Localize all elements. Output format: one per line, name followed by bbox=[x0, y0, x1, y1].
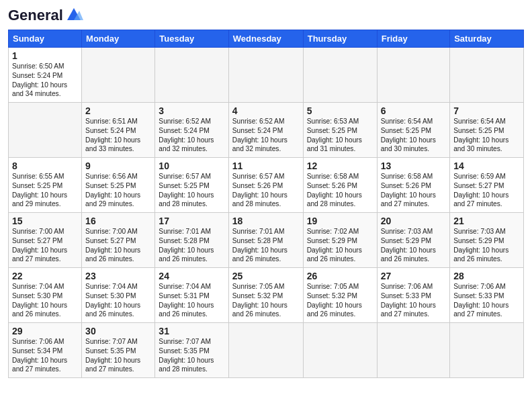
day-info: Sunrise: 7:04 AM Sunset: 5:31 PM Dayligh… bbox=[159, 282, 224, 319]
calendar-cell: 4Sunrise: 6:52 AM Sunset: 5:24 PM Daylig… bbox=[228, 103, 303, 158]
day-number: 27 bbox=[381, 271, 447, 281]
day-number: 14 bbox=[453, 161, 520, 171]
day-info: Sunrise: 7:07 AM Sunset: 5:35 PM Dayligh… bbox=[159, 337, 224, 374]
day-header-wednesday: Wednesday bbox=[228, 30, 303, 48]
calendar-cell bbox=[9, 103, 82, 158]
day-info: Sunrise: 7:03 AM Sunset: 5:29 PM Dayligh… bbox=[381, 227, 447, 264]
day-number: 18 bbox=[232, 216, 300, 226]
calendar-cell: 20Sunrise: 7:03 AM Sunset: 5:29 PM Dayli… bbox=[377, 213, 450, 268]
calendar-cell: 25Sunrise: 7:05 AM Sunset: 5:32 PM Dayli… bbox=[228, 268, 303, 323]
calendar-cell: 28Sunrise: 7:06 AM Sunset: 5:33 PM Dayli… bbox=[450, 268, 524, 323]
calendar-cell: 30Sunrise: 7:07 AM Sunset: 5:35 PM Dayli… bbox=[82, 323, 155, 378]
day-number: 15 bbox=[12, 216, 78, 226]
calendar-cell: 7Sunrise: 6:54 AM Sunset: 5:25 PM Daylig… bbox=[450, 103, 524, 158]
day-info: Sunrise: 6:57 AM Sunset: 5:25 PM Dayligh… bbox=[159, 172, 224, 209]
calendar-cell: 24Sunrise: 7:04 AM Sunset: 5:31 PM Dayli… bbox=[155, 268, 228, 323]
day-number: 20 bbox=[381, 216, 447, 226]
calendar-cell: 9Sunrise: 6:56 AM Sunset: 5:25 PM Daylig… bbox=[82, 158, 155, 213]
calendar-cell: 17Sunrise: 7:01 AM Sunset: 5:28 PM Dayli… bbox=[155, 213, 228, 268]
day-info: Sunrise: 7:00 AM Sunset: 5:27 PM Dayligh… bbox=[85, 227, 151, 264]
day-header-thursday: Thursday bbox=[303, 30, 377, 48]
day-number: 12 bbox=[307, 161, 373, 171]
day-info: Sunrise: 7:06 AM Sunset: 5:33 PM Dayligh… bbox=[381, 282, 447, 319]
day-info: Sunrise: 6:51 AM Sunset: 5:24 PM Dayligh… bbox=[85, 117, 151, 154]
calendar-cell: 14Sunrise: 6:59 AM Sunset: 5:27 PM Dayli… bbox=[450, 158, 524, 213]
day-number: 28 bbox=[453, 271, 520, 281]
day-number: 16 bbox=[85, 216, 151, 226]
day-header-monday: Monday bbox=[82, 30, 155, 48]
calendar-table: SundayMondayTuesdayWednesdayThursdayFrid… bbox=[8, 30, 524, 378]
calendar-cell: 19Sunrise: 7:02 AM Sunset: 5:29 PM Dayli… bbox=[303, 213, 377, 268]
calendar-cell: 6Sunrise: 6:54 AM Sunset: 5:25 PM Daylig… bbox=[377, 103, 450, 158]
calendar-cell: 15Sunrise: 7:00 AM Sunset: 5:27 PM Dayli… bbox=[9, 213, 82, 268]
calendar-row: 22Sunrise: 7:04 AM Sunset: 5:30 PM Dayli… bbox=[9, 268, 524, 323]
calendar-cell: 11Sunrise: 6:57 AM Sunset: 5:26 PM Dayli… bbox=[228, 158, 303, 213]
day-number: 11 bbox=[232, 161, 300, 171]
calendar-header-row: SundayMondayTuesdayWednesdayThursdayFrid… bbox=[9, 30, 524, 48]
day-number: 3 bbox=[159, 105, 224, 116]
day-info: Sunrise: 6:50 AM Sunset: 5:24 PM Dayligh… bbox=[12, 62, 78, 99]
day-number: 22 bbox=[12, 271, 78, 281]
day-info: Sunrise: 7:02 AM Sunset: 5:29 PM Dayligh… bbox=[307, 227, 373, 264]
day-info: Sunrise: 6:52 AM Sunset: 5:24 PM Dayligh… bbox=[232, 117, 300, 154]
day-header-sunday: Sunday bbox=[9, 30, 82, 48]
day-number: 21 bbox=[453, 216, 520, 226]
day-number: 25 bbox=[232, 271, 300, 281]
day-number: 7 bbox=[453, 105, 520, 116]
day-info: Sunrise: 6:54 AM Sunset: 5:25 PM Dayligh… bbox=[453, 117, 520, 154]
day-info: Sunrise: 7:07 AM Sunset: 5:35 PM Dayligh… bbox=[85, 337, 151, 374]
calendar-cell: 10Sunrise: 6:57 AM Sunset: 5:25 PM Dayli… bbox=[155, 158, 228, 213]
day-info: Sunrise: 6:56 AM Sunset: 5:25 PM Dayligh… bbox=[85, 172, 151, 209]
calendar-cell: 5Sunrise: 6:53 AM Sunset: 5:25 PM Daylig… bbox=[303, 103, 377, 158]
calendar-cell bbox=[450, 48, 524, 103]
day-number: 31 bbox=[159, 326, 224, 336]
calendar-cell: 18Sunrise: 7:01 AM Sunset: 5:28 PM Dayli… bbox=[228, 213, 303, 268]
day-header-saturday: Saturday bbox=[450, 30, 524, 48]
calendar-cell bbox=[228, 323, 303, 378]
day-number: 6 bbox=[381, 105, 447, 116]
calendar-cell bbox=[377, 323, 450, 378]
calendar-cell: 23Sunrise: 7:04 AM Sunset: 5:30 PM Dayli… bbox=[82, 268, 155, 323]
day-info: Sunrise: 6:57 AM Sunset: 5:26 PM Dayligh… bbox=[232, 172, 300, 209]
calendar-cell bbox=[303, 48, 377, 103]
day-info: Sunrise: 7:05 AM Sunset: 5:32 PM Dayligh… bbox=[232, 282, 300, 319]
calendar-row: 15Sunrise: 7:00 AM Sunset: 5:27 PM Dayli… bbox=[9, 213, 524, 268]
day-number: 2 bbox=[85, 105, 151, 116]
day-info: Sunrise: 7:00 AM Sunset: 5:27 PM Dayligh… bbox=[12, 227, 78, 264]
day-info: Sunrise: 7:01 AM Sunset: 5:28 PM Dayligh… bbox=[232, 227, 300, 264]
logo: General bbox=[8, 7, 83, 24]
logo-icon bbox=[64, 8, 83, 20]
calendar-cell: 8Sunrise: 6:55 AM Sunset: 5:25 PM Daylig… bbox=[9, 158, 82, 213]
calendar-cell: 22Sunrise: 7:04 AM Sunset: 5:30 PM Dayli… bbox=[9, 268, 82, 323]
page-container: General SundayMondayTuesdayWednesdayThur… bbox=[0, 0, 532, 383]
day-number: 24 bbox=[159, 271, 224, 281]
calendar-cell: 21Sunrise: 7:03 AM Sunset: 5:29 PM Dayli… bbox=[450, 213, 524, 268]
calendar-cell: 29Sunrise: 7:06 AM Sunset: 5:34 PM Dayli… bbox=[9, 323, 82, 378]
day-info: Sunrise: 6:52 AM Sunset: 5:24 PM Dayligh… bbox=[159, 117, 224, 154]
logo-general: General bbox=[8, 7, 63, 24]
day-info: Sunrise: 6:53 AM Sunset: 5:25 PM Dayligh… bbox=[307, 117, 373, 154]
calendar-cell bbox=[450, 323, 524, 378]
day-number: 9 bbox=[85, 161, 151, 171]
day-info: Sunrise: 7:01 AM Sunset: 5:28 PM Dayligh… bbox=[159, 227, 224, 264]
calendar-row: 8Sunrise: 6:55 AM Sunset: 5:25 PM Daylig… bbox=[9, 158, 524, 213]
day-number: 17 bbox=[159, 216, 224, 226]
day-number: 19 bbox=[307, 216, 373, 226]
day-number: 4 bbox=[232, 105, 300, 116]
calendar-row: 1Sunrise: 6:50 AM Sunset: 5:24 PM Daylig… bbox=[9, 48, 524, 103]
day-info: Sunrise: 6:54 AM Sunset: 5:25 PM Dayligh… bbox=[381, 117, 447, 154]
day-number: 26 bbox=[307, 271, 373, 281]
header: General bbox=[8, 7, 524, 24]
calendar-cell: 2Sunrise: 6:51 AM Sunset: 5:24 PM Daylig… bbox=[82, 103, 155, 158]
calendar-cell bbox=[303, 323, 377, 378]
day-info: Sunrise: 7:05 AM Sunset: 5:32 PM Dayligh… bbox=[307, 282, 373, 319]
calendar-cell: 26Sunrise: 7:05 AM Sunset: 5:32 PM Dayli… bbox=[303, 268, 377, 323]
calendar-cell: 12Sunrise: 6:58 AM Sunset: 5:26 PM Dayli… bbox=[303, 158, 377, 213]
day-number: 30 bbox=[85, 326, 151, 336]
day-number: 13 bbox=[381, 161, 447, 171]
calendar-cell bbox=[377, 48, 450, 103]
calendar-cell: 3Sunrise: 6:52 AM Sunset: 5:24 PM Daylig… bbox=[155, 103, 228, 158]
day-info: Sunrise: 7:06 AM Sunset: 5:33 PM Dayligh… bbox=[453, 282, 520, 319]
calendar-cell: 31Sunrise: 7:07 AM Sunset: 5:35 PM Dayli… bbox=[155, 323, 228, 378]
calendar-cell bbox=[155, 48, 228, 103]
